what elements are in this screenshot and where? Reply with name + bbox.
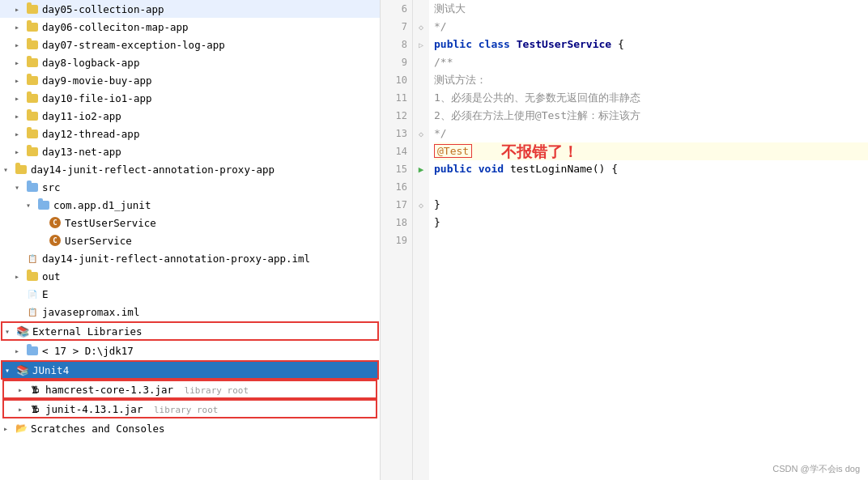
jar-icon-junit: 🗜 (29, 402, 42, 415)
sidebar-item-javasepromax-iml[interactable]: 📋 javasepromax.iml (0, 303, 380, 321)
sidebar-item-src[interactable]: src (0, 178, 380, 196)
junit4-icon: 📚 (16, 363, 29, 376)
code-text-14: @Test (434, 142, 472, 160)
gutter-16 (413, 178, 429, 196)
line-num-14: 14 (391, 142, 407, 160)
annotation-test-box: @Test (434, 144, 472, 158)
code-line-14: @Test 不报错了！ (434, 142, 868, 160)
code-line-18: } (434, 214, 868, 232)
label-src: src (42, 181, 377, 193)
gutter-19 (413, 232, 429, 249)
sidebar-item-day14[interactable]: day14-junit-reflect-annotation-proxy-app (0, 160, 380, 178)
space-8c: { (611, 36, 624, 53)
code-line-17: } (434, 196, 868, 214)
sidebar-item-out[interactable]: out (0, 267, 380, 285)
sidebar-item-testuserservice[interactable]: C TestUserService (0, 214, 380, 232)
sidebar-item-day13[interactable]: day13-net-app (0, 142, 380, 160)
sidebar-item-day07[interactable]: day07-stream-exception-log-app (0, 36, 380, 53)
label-day09: day9-movie-buy-app (42, 74, 377, 87)
arrow-scratches (3, 424, 15, 433)
line-numbers: 6 7 8 9 10 11 12 13 14 15 16 17 18 19 (381, 0, 413, 480)
line-num-19: 19 (391, 232, 407, 249)
method-name-15: testLoginName (510, 160, 593, 178)
code-text-12: 2、必须在方法上使用@Test注解：标注该方 (434, 107, 640, 125)
folder-icon-day09 (26, 74, 39, 87)
arrow-day10 (15, 94, 26, 103)
arrow-day05 (15, 5, 26, 14)
line-num-9: 9 (391, 53, 407, 71)
arrow-day09 (15, 76, 26, 85)
label-out: out (42, 270, 377, 282)
java-icon-userservice: C (49, 234, 62, 247)
code-editor[interactable]: 6 7 8 9 10 11 12 13 14 15 16 17 18 19 (381, 0, 868, 480)
code-text-17: } (434, 196, 440, 214)
arrow-day14 (3, 165, 15, 174)
space-15a (472, 160, 479, 178)
sidebar-item-junit4[interactable]: 📚 JUnit4 (2, 361, 378, 379)
sidebar-item-day05[interactable]: day05-collection-app (0, 0, 380, 18)
folder-icon-day10 (26, 91, 39, 104)
label-junit-jar-sublabel: library root (154, 405, 218, 415)
file-icon-e: 📄 (26, 287, 39, 300)
sidebar-item-junit-jar[interactable]: 🗜 junit-4.13.1.jar library root (3, 400, 377, 418)
iml-icon-day14: 📋 (26, 252, 39, 265)
sidebar-item-scratches[interactable]: 📂 Scratches and Consoles (0, 419, 380, 437)
arrow-out (15, 272, 26, 281)
code-text-19 (434, 232, 440, 249)
code-line-8: public class TestUserService { (434, 36, 868, 53)
line-num-18: 18 (391, 214, 407, 232)
run-arrow-15[interactable]: ▶ (419, 164, 424, 175)
folder-icon-day07 (26, 38, 39, 51)
code-text-6: 测试大 (434, 0, 466, 18)
sidebar[interactable]: day05-collection-app day06-colleciton-ma… (0, 0, 381, 480)
folder-icon-src (26, 181, 39, 193)
sidebar-item-day06[interactable]: day06-colleciton-map-app (0, 18, 380, 36)
space-8b (510, 36, 517, 53)
iml-icon-javasepromax: 📋 (26, 305, 39, 318)
arrow-day12 (15, 130, 26, 138)
arrow-jdk17 (15, 346, 26, 355)
label-day14: day14-junit-reflect-annotation-proxy-app (31, 164, 377, 176)
label-day13: day13-net-app (42, 146, 377, 158)
gutter-8: ▷ (413, 36, 429, 53)
sidebar-item-external-libraries[interactable]: 📚 External Libraries (2, 322, 378, 340)
code-line-10: 测试方法： (434, 71, 868, 89)
arrow-junit-jar (18, 405, 29, 414)
code-area[interactable]: 测试大 */ public class TestUserService (429, 0, 868, 480)
editor-wrapper: 6 7 8 9 10 11 12 13 14 15 16 17 18 19 (381, 0, 868, 480)
folder-icon-day06 (26, 20, 39, 33)
callout-text: 不报错了！ (501, 142, 578, 160)
sidebar-item-day09[interactable]: day9-movie-buy-app (0, 71, 380, 89)
code-text-16 (434, 178, 440, 196)
label-junit4: JUnit4 (32, 364, 375, 376)
java-icon-testuserservice: C (49, 216, 62, 229)
sidebar-item-userservice[interactable]: C UserService (0, 232, 380, 249)
sidebar-item-day12[interactable]: day12-thread-app (0, 125, 380, 142)
sidebar-item-day14-iml[interactable]: 📋 day14-junit-reflect-annotation-proxy-a… (0, 249, 380, 267)
folder-icon-day08 (26, 56, 39, 69)
sidebar-item-package[interactable]: com.app.d1_junit (0, 196, 380, 214)
label-day07: day07-stream-exception-log-app (42, 39, 377, 51)
sidebar-item-jdk17[interactable]: < 17 > D:\jdk17 (0, 342, 380, 359)
sidebar-item-day10[interactable]: day10-file-io1-app (0, 89, 380, 107)
sidebar-item-day11[interactable]: day11-io2-app (0, 107, 380, 125)
gutter-11 (413, 89, 429, 107)
folder-icon-day11 (26, 109, 39, 122)
code-text-18: } (434, 214, 440, 232)
label-hamcrest-sublabel: library root (185, 385, 249, 396)
sidebar-item-e[interactable]: 📄 E (0, 285, 380, 303)
kw-public-15: public (434, 160, 472, 178)
folder-icon-day14 (15, 163, 28, 176)
libraries-icon: 📚 (16, 325, 29, 338)
line-num-16: 16 (391, 178, 407, 196)
main-container: day05-collection-app day06-colleciton-ma… (0, 0, 868, 480)
label-jdk17: < 17 > D:\jdk17 (42, 345, 377, 357)
code-line-13: */ (434, 125, 868, 142)
arrow-day08 (15, 58, 26, 67)
scratches-icon: 📂 (15, 422, 28, 435)
arrow-day11 (15, 112, 26, 121)
sidebar-item-hamcrest[interactable]: 🗜 hamcrest-core-1.3.jar library root (3, 380, 377, 398)
gutter-12 (413, 107, 429, 125)
code-text-10: 测试方法： (434, 71, 487, 89)
sidebar-item-day08[interactable]: day8-logback-app (0, 53, 380, 71)
